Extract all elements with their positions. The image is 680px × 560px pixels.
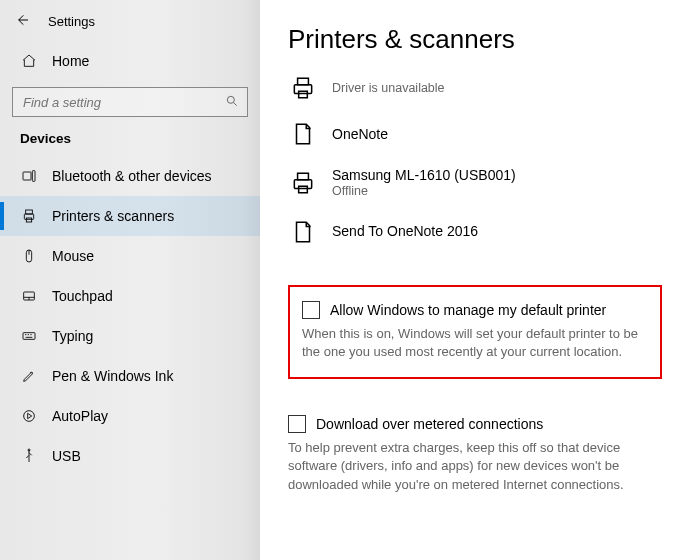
checkbox-row[interactable]: Allow Windows to manage my default print… xyxy=(302,301,648,319)
search-box[interactable] xyxy=(12,87,248,117)
svg-rect-20 xyxy=(298,78,309,85)
option-default-printer: Allow Windows to manage my default print… xyxy=(288,285,662,379)
printer-icon xyxy=(20,208,38,224)
sidebar-item-typing[interactable]: Typing xyxy=(0,316,260,356)
device-item[interactable]: Send To OneNote 2016 xyxy=(288,211,662,257)
printer-icon xyxy=(288,170,318,196)
svg-rect-3 xyxy=(24,214,33,219)
document-icon xyxy=(288,219,318,245)
page-title: Printers & scanners xyxy=(288,24,662,55)
keyboard-icon xyxy=(20,328,38,344)
checkbox-label: Download over metered connections xyxy=(316,416,543,432)
document-icon xyxy=(288,121,318,147)
sidebar-item-touchpad[interactable]: Touchpad xyxy=(0,276,260,316)
svg-rect-23 xyxy=(298,173,309,180)
sidebar-item-label: Pen & Windows Ink xyxy=(52,368,173,384)
sidebar-nav: Bluetooth & other devices Printers & sca… xyxy=(0,156,260,476)
sidebar: Settings Home Devices Bluetooth & other … xyxy=(0,0,260,560)
back-arrow-icon[interactable] xyxy=(14,12,30,31)
mouse-icon xyxy=(20,248,38,264)
option-metered: Download over metered connections To hel… xyxy=(288,415,662,494)
svg-rect-2 xyxy=(32,171,35,182)
device-item[interactable]: Samsung ML-1610 (USB001) Offline xyxy=(288,159,662,211)
svg-rect-24 xyxy=(299,186,308,193)
search-icon xyxy=(225,94,239,111)
device-item[interactable]: OneNote xyxy=(288,113,662,159)
sidebar-item-label: USB xyxy=(52,448,81,464)
usb-icon xyxy=(20,448,38,464)
svg-rect-19 xyxy=(294,85,311,94)
device-name: Send To OneNote 2016 xyxy=(332,223,478,240)
topbar: Settings xyxy=(0,8,260,41)
devices-icon xyxy=(20,168,38,184)
device-item[interactable]: Driver is unavailable xyxy=(288,67,662,113)
device-name: Samsung ML-1610 (USB001) xyxy=(332,167,516,184)
nav-home-label: Home xyxy=(52,53,89,69)
sidebar-item-label: AutoPlay xyxy=(52,408,108,424)
sidebar-item-label: Typing xyxy=(52,328,93,344)
checkbox-label: Allow Windows to manage my default print… xyxy=(330,302,606,318)
sidebar-item-autoplay[interactable]: AutoPlay xyxy=(0,396,260,436)
svg-point-16 xyxy=(24,411,35,422)
svg-rect-21 xyxy=(299,91,308,98)
svg-rect-1 xyxy=(23,172,31,180)
checkbox-row[interactable]: Download over metered connections xyxy=(288,415,662,433)
svg-rect-5 xyxy=(26,218,31,222)
search-container xyxy=(0,81,260,131)
checkbox-icon[interactable] xyxy=(288,415,306,433)
sidebar-item-pen[interactable]: Pen & Windows Ink xyxy=(0,356,260,396)
sidebar-item-mouse[interactable]: Mouse xyxy=(0,236,260,276)
printer-icon xyxy=(288,75,318,101)
pen-icon xyxy=(20,368,38,384)
app-title: Settings xyxy=(48,14,95,29)
sidebar-item-printers[interactable]: Printers & scanners xyxy=(0,196,260,236)
device-list: Driver is unavailable OneNote Samsung ML… xyxy=(288,67,662,257)
search-input[interactable] xyxy=(23,95,225,110)
sidebar-item-label: Bluetooth & other devices xyxy=(52,168,212,184)
svg-rect-11 xyxy=(23,333,35,340)
checkbox-icon[interactable] xyxy=(302,301,320,319)
main-content: Printers & scanners Driver is unavailabl… xyxy=(260,0,680,560)
svg-rect-22 xyxy=(294,180,311,189)
touchpad-icon xyxy=(20,288,38,304)
sidebar-item-usb[interactable]: USB xyxy=(0,436,260,476)
sidebar-item-label: Touchpad xyxy=(52,288,113,304)
option-description: To help prevent extra charges, keep this… xyxy=(288,439,662,494)
device-name: OneNote xyxy=(332,126,388,143)
sidebar-item-bluetooth[interactable]: Bluetooth & other devices xyxy=(0,156,260,196)
sidebar-item-label: Printers & scanners xyxy=(52,208,174,224)
sidebar-group-heading: Devices xyxy=(0,131,260,156)
svg-marker-17 xyxy=(28,413,32,418)
sidebar-item-label: Mouse xyxy=(52,248,94,264)
nav-home[interactable]: Home xyxy=(0,41,260,81)
svg-rect-4 xyxy=(26,210,33,214)
option-description: When this is on, Windows will set your d… xyxy=(302,325,648,361)
autoplay-icon xyxy=(20,408,38,424)
svg-point-0 xyxy=(227,96,234,103)
device-status: Driver is unavailable xyxy=(332,81,445,96)
home-icon xyxy=(20,53,38,69)
device-status: Offline xyxy=(332,184,516,199)
